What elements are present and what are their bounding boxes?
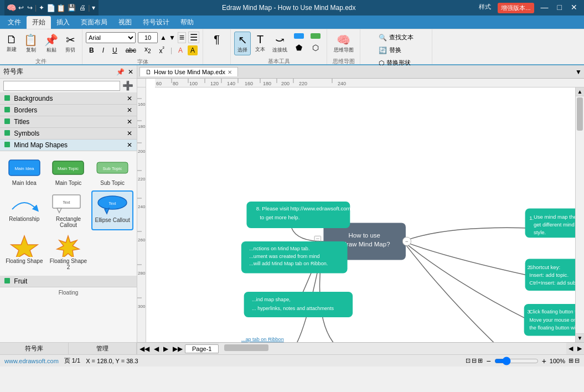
tab-insert[interactable]: 插入 <box>51 16 75 29</box>
italic-btn[interactable]: I <box>99 45 107 55</box>
canvas-tab-close[interactable]: ✕ <box>228 69 232 75</box>
section-symbols[interactable]: Symbols ✕ <box>0 128 137 140</box>
mindmap-btn[interactable]: 🧠 思维导图 <box>331 32 356 55</box>
shape4-btn[interactable]: ⬡ <box>308 42 323 54</box>
shape-main-topic[interactable]: Main Topic Main Topic <box>48 154 90 188</box>
scroll-v-thumb[interactable] <box>577 97 583 131</box>
tab-symbol-design[interactable]: 符号设计 <box>137 16 175 29</box>
shape-floating2[interactable]: Floating Shape 2 <box>48 233 90 272</box>
canvas-scrollbar-v[interactable]: ▲ ▼ <box>575 87 584 342</box>
superscript-btn[interactable]: x² <box>156 44 168 56</box>
panel-close-btn[interactable]: ✕ <box>128 68 133 76</box>
para-btn[interactable]: ¶ <box>209 32 225 48</box>
scroll-h-right[interactable]: ▶ <box>575 345 584 352</box>
tab-home[interactable]: 开始 <box>27 16 51 29</box>
section-symbols-close[interactable]: ✕ <box>127 130 132 137</box>
fit-width-btn[interactable]: ⊟ <box>472 357 477 364</box>
scroll-h-thumb[interactable] <box>224 344 268 351</box>
find-text-btn[interactable]: 🔍查找文本 <box>376 32 416 43</box>
section-titles-close[interactable]: ✕ <box>127 118 132 126</box>
shape-rect-callout[interactable]: Text Rectangle Callout <box>48 190 90 230</box>
new-btn[interactable]: 🗋新建 <box>3 32 20 55</box>
section-mindmap-close[interactable]: ✕ <box>127 141 132 149</box>
add-symbol-btn[interactable]: ➕ <box>122 80 133 91</box>
section-fruit[interactable]: Fruit <box>0 276 137 287</box>
section-borders-close[interactable]: ✕ <box>127 106 132 114</box>
fit-height-btn[interactable]: ⊞ <box>478 357 483 364</box>
font-color-btn[interactable]: A <box>175 45 186 55</box>
section-backgrounds[interactable]: Backgrounds ✕ <box>0 93 137 105</box>
shape-relationship[interactable]: Relationship <box>3 190 45 230</box>
page-tab-1[interactable]: Page-1 <box>185 344 219 353</box>
zoom-slider[interactable] <box>494 357 539 365</box>
section-backgrounds-close[interactable]: ✕ <box>127 95 132 102</box>
underline-btn[interactable]: U <box>109 45 121 55</box>
shape3-btn[interactable]: ⬟ <box>291 42 307 54</box>
zoom-in-btn[interactable]: + <box>540 357 549 365</box>
cut-btn[interactable]: ✂剪切 <box>62 32 79 55</box>
subscript-btn[interactable]: x2 <box>141 44 154 55</box>
section-borders[interactable]: Borders ✕ <box>0 105 137 116</box>
page-nav-last[interactable]: ▶▶ <box>170 345 185 353</box>
tab-view[interactable]: 视图 <box>113 16 137 29</box>
list-btn[interactable]: ☰ <box>188 32 199 43</box>
tab-file[interactable]: 文件 <box>2 16 27 29</box>
scroll-v-up[interactable]: ▲ <box>576 87 584 96</box>
footer-tab-manage[interactable]: 管理 <box>69 343 137 354</box>
shape-ellipse-callout-label: Ellipse Callout <box>95 217 130 223</box>
enhanced-badge[interactable]: 增强版本... <box>498 3 534 13</box>
shape2-btn[interactable] <box>308 32 323 40</box>
website-link[interactable]: www.edrawsoft.com <box>4 358 59 364</box>
qa-print[interactable]: 🖨 <box>78 4 87 12</box>
redo-btn[interactable]: ↪ <box>26 4 34 12</box>
paste-btn[interactable]: 📌粘贴 <box>42 32 61 55</box>
font-family-select[interactable]: Arial <box>86 32 136 43</box>
scroll-v-down[interactable]: ▼ <box>576 333 584 342</box>
strikethrough-btn[interactable]: abc <box>122 45 139 55</box>
text-tool-btn[interactable]: T 文本 <box>252 32 268 55</box>
page-nav-next[interactable]: ▶ <box>161 345 170 353</box>
undo-btn[interactable]: ↩ <box>17 4 25 12</box>
shape-sub-topic[interactable]: Sub Topic Sub Topic <box>91 154 133 188</box>
bold-btn[interactable]: B <box>86 45 97 55</box>
font-size-down-btn[interactable]: ▼ <box>169 34 175 42</box>
font-size-up-btn[interactable]: ▲ <box>160 34 167 42</box>
highlight-btn[interactable]: A <box>188 45 198 55</box>
shape-main-idea[interactable]: Main Idea Main Idea <box>3 154 45 188</box>
scroll-h-left[interactable]: ◀ <box>566 345 575 352</box>
pin-btn[interactable]: 📌 <box>116 68 125 76</box>
symbol-search-input[interactable] <box>3 81 120 91</box>
page-nav-prev[interactable]: ◀ <box>152 345 161 353</box>
view-grid-btn[interactable]: ⊞ <box>569 357 573 364</box>
font-size-input[interactable] <box>138 32 158 43</box>
qa-save[interactable]: 💾 <box>66 4 77 12</box>
maximize-btn[interactable]: □ <box>555 3 564 13</box>
tab-help[interactable]: 帮助 <box>175 16 199 29</box>
replace-btn[interactable]: 🔄替换 <box>376 44 416 56</box>
zoom-out-btn[interactable]: − <box>484 357 493 365</box>
shape-floating[interactable]: Floating Shape <box>3 233 45 272</box>
style-label[interactable]: 样式 <box>479 3 491 13</box>
section-titles[interactable]: Titles ✕ <box>0 116 137 128</box>
connect-tool-btn[interactable]: ⤻ 连接线 <box>270 32 290 55</box>
scroll-h-track[interactable] <box>219 343 566 354</box>
align-btn[interactable]: ≡ <box>178 32 186 43</box>
footer-tab-symbols[interactable]: 符号库 <box>0 343 69 354</box>
minimize-btn[interactable]: — <box>539 3 551 13</box>
qa-extra[interactable]: ✦ <box>38 4 45 12</box>
tab-page-layout[interactable]: 页面布局 <box>75 16 113 29</box>
shape-ellipse-callout[interactable]: Text Ellipse Callout <box>91 190 133 230</box>
select-tool-btn[interactable]: ↖ 选择 <box>234 32 251 55</box>
close-btn[interactable]: ✕ <box>569 3 580 13</box>
canvas-tab-main[interactable]: 🗋 How to Use Mind Map.edx ✕ <box>139 67 238 76</box>
view-list-btn[interactable]: ⊟ <box>575 357 580 364</box>
canvas-scroll-right[interactable]: ▼ <box>575 68 582 76</box>
shape1-btn[interactable] <box>291 32 307 40</box>
copy-btn[interactable]: 📋复制 <box>21 32 40 55</box>
page-nav-first[interactable]: ◀◀ <box>137 345 152 353</box>
fit-page-btn[interactable]: ⊡ <box>466 357 471 364</box>
qa-arrow[interactable]: ▾ <box>91 4 96 12</box>
svg-text:60: 60 <box>156 81 162 86</box>
mindmap-canvas[interactable]: How to use Edraw Mind Map? − 8. Please v… <box>146 87 575 342</box>
section-mindmap-shapes[interactable]: Mind Map Shapes ✕ <box>0 140 137 151</box>
